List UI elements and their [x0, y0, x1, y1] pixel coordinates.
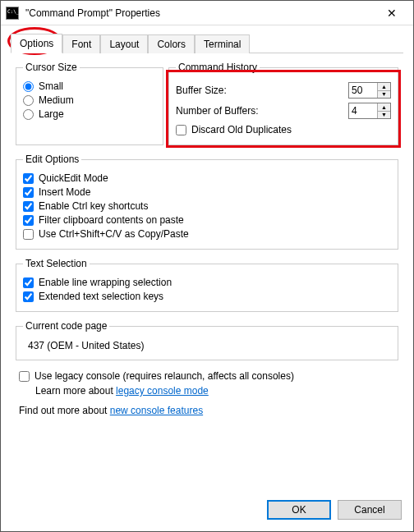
cursor-large-radio[interactable]	[23, 109, 34, 120]
discard-duplicates-label: Discard Old Duplicates	[191, 124, 292, 135]
new-features-link[interactable]: new console features	[110, 405, 203, 416]
ctrlshift-copy-row[interactable]: Use Ctrl+Shift+C/V as Copy/Paste	[23, 228, 391, 240]
legacy-learn-prefix: Learn more about	[35, 385, 116, 397]
code-page-value: 437 (OEM - United States)	[23, 337, 391, 353]
line-wrap-checkbox[interactable]	[23, 277, 34, 288]
text-selection-legend: Text Selection	[23, 258, 90, 269]
cursor-small-radio[interactable]	[23, 81, 34, 92]
buffer-size-label: Buffer Size:	[176, 85, 343, 96]
line-wrap-row[interactable]: Enable line wrapping selection	[23, 277, 391, 288]
cursor-large-label: Large	[39, 108, 64, 120]
buffer-size-row: Buffer Size: 50 ▲ ▼	[176, 82, 391, 99]
cursor-small-row[interactable]: Small	[23, 80, 156, 92]
new-features-line: Find out more about new console features	[19, 405, 395, 416]
insert-mode-checkbox[interactable]	[23, 187, 34, 198]
extended-keys-label: Extended text selection keys	[39, 291, 163, 302]
tab-options[interactable]: Options	[11, 34, 62, 53]
new-features-prefix: Find out more about	[19, 405, 110, 416]
filter-clipboard-label: Filter clipboard contents on paste	[39, 214, 184, 226]
discard-duplicates-row[interactable]: Discard Old Duplicates	[176, 124, 391, 135]
cursor-medium-label: Medium	[39, 94, 74, 106]
cursor-size-legend: Cursor Size	[23, 62, 80, 73]
ctrl-shortcuts-row[interactable]: Enable Ctrl key shortcuts	[23, 200, 391, 212]
legacy-learn-link[interactable]: legacy console mode	[116, 385, 209, 397]
cmd-icon	[6, 7, 19, 20]
ctrlshift-copy-label: Use Ctrl+Shift+C/V as Copy/Paste	[39, 228, 189, 240]
close-button[interactable]: ✕	[375, 2, 408, 25]
legacy-console-row[interactable]: Use legacy console (requires relaunch, a…	[19, 370, 395, 382]
insert-mode-label: Insert Mode	[39, 186, 90, 198]
tab-font[interactable]: Font	[62, 34, 100, 53]
quickedit-label: QuickEdit Mode	[39, 172, 108, 184]
tab-layout[interactable]: Layout	[100, 34, 148, 53]
titlebar: "Command Prompt" Properties ✕	[1, 1, 413, 25]
command-history-legend: Command History	[176, 62, 260, 73]
buffer-size-spinner[interactable]: 50 ▲ ▼	[348, 82, 391, 99]
edit-options-legend: Edit Options	[23, 154, 81, 165]
window-title: "Command Prompt" Properties	[25, 7, 375, 19]
line-wrap-label: Enable line wrapping selection	[39, 277, 172, 288]
tab-content-options: Cursor Size Small Medium Large	[11, 53, 403, 424]
cursor-large-row[interactable]: Large	[23, 108, 156, 120]
legacy-console-block: Use legacy console (requires relaunch, a…	[19, 370, 395, 397]
num-buffers-value[interactable]: 4	[349, 103, 377, 118]
tab-terminal[interactable]: Terminal	[195, 34, 250, 53]
cancel-button[interactable]: Cancel	[338, 500, 402, 520]
tab-bar: Options Font Layout Colors Terminal	[11, 30, 403, 53]
num-buffers-row: Number of Buffers: 4 ▲ ▼	[176, 103, 391, 119]
quickedit-row[interactable]: QuickEdit Mode	[23, 172, 391, 184]
cursor-small-label: Small	[39, 80, 63, 92]
command-history-group: Command History Buffer Size: 50 ▲ ▼ Num	[168, 62, 398, 145]
cursor-medium-row[interactable]: Medium	[23, 94, 156, 106]
cursor-medium-radio[interactable]	[23, 95, 34, 106]
discard-duplicates-checkbox[interactable]	[176, 125, 186, 135]
buffer-size-down-icon[interactable]: ▼	[378, 91, 390, 99]
filter-clipboard-checkbox[interactable]	[23, 215, 34, 226]
code-page-group: Current code page 437 (OEM - United Stat…	[16, 320, 398, 360]
ctrl-shortcuts-checkbox[interactable]	[23, 201, 34, 212]
extended-keys-row[interactable]: Extended text selection keys	[23, 291, 391, 302]
tab-colors[interactable]: Colors	[148, 34, 195, 53]
buffer-size-up-icon[interactable]: ▲	[378, 83, 390, 91]
ok-button[interactable]: OK	[267, 500, 331, 520]
edit-options-group: Edit Options QuickEdit Mode Insert Mode …	[16, 154, 398, 250]
num-buffers-spinner[interactable]: 4 ▲ ▼	[348, 103, 391, 119]
num-buffers-label: Number of Buffers:	[176, 105, 343, 117]
extended-keys-checkbox[interactable]	[23, 291, 34, 302]
num-buffers-down-icon[interactable]: ▼	[378, 112, 390, 119]
quickedit-checkbox[interactable]	[23, 173, 34, 184]
filter-clipboard-row[interactable]: Filter clipboard contents on paste	[23, 214, 391, 226]
client-area: Options Font Layout Colors Terminal Curs…	[1, 25, 413, 500]
ctrl-shortcuts-label: Enable Ctrl key shortcuts	[39, 200, 148, 212]
legacy-learn-line: Learn more about legacy console mode	[35, 385, 395, 397]
code-page-legend: Current code page	[23, 320, 109, 332]
legacy-console-label: Use legacy console (requires relaunch, a…	[34, 370, 294, 382]
text-selection-group: Text Selection Enable line wrapping sele…	[16, 258, 398, 312]
properties-dialog: "Command Prompt" Properties ✕ Options Fo…	[0, 0, 414, 532]
num-buffers-up-icon[interactable]: ▲	[378, 103, 390, 112]
close-icon: ✕	[387, 7, 397, 20]
buffer-size-value[interactable]: 50	[349, 83, 377, 98]
insert-mode-row[interactable]: Insert Mode	[23, 186, 391, 198]
cursor-size-group: Cursor Size Small Medium Large	[16, 62, 163, 145]
legacy-console-checkbox[interactable]	[19, 371, 30, 382]
ctrlshift-copy-checkbox[interactable]	[23, 229, 34, 240]
dialog-buttons: OK Cancel	[1, 500, 413, 531]
